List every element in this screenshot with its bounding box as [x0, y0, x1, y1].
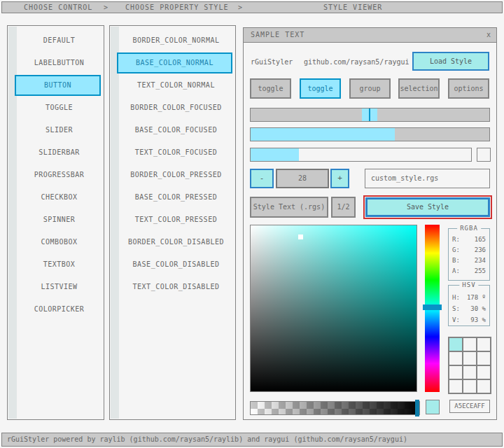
color-grid-cell[interactable]: [477, 380, 490, 393]
list-item-border-color-focused[interactable]: BORDER_COLOR_FOCUSED: [119, 97, 233, 119]
list-item-button-selected[interactable]: BUTTON: [15, 75, 101, 96]
rgba-b-value: 234: [475, 255, 486, 266]
list-item-border-color-normal[interactable]: BORDER_COLOR_NORMAL: [119, 29, 233, 52]
sample-checkbox[interactable]: [477, 148, 491, 162]
save-style-button[interactable]: Save Style: [365, 197, 490, 217]
rgba-r-label: R:: [452, 234, 460, 245]
color-picker-cursor[interactable]: [298, 234, 303, 239]
alpha-bar-cursor[interactable]: [415, 400, 419, 416]
list-item-base-color-focused[interactable]: BASE_COLOR_FOCUSED: [119, 119, 233, 141]
list-item-textbox[interactable]: TEXTBOX: [17, 253, 102, 276]
page-indicator-button[interactable]: 1/2: [331, 197, 356, 218]
list-item-checkbox[interactable]: CHECKBOX: [17, 186, 102, 209]
color-grid-cell[interactable]: [463, 380, 476, 393]
window-titlebar[interactable]: SAMPLE TEXT x: [244, 28, 496, 43]
sample-window: SAMPLE TEXT x rGuiStyler github.com/rays…: [243, 27, 497, 420]
toggle-button-2-active[interactable]: toggle: [300, 78, 341, 99]
hsv-h-label: H:: [452, 292, 460, 303]
list-item-border-color-disabled[interactable]: BORDER_COLOR_DISABLED: [119, 231, 233, 253]
list-item-border-color-pressed[interactable]: BORDER_COLOR_PRESSED: [119, 164, 233, 186]
status-bar: rGuiStyler powered by raylib (github.com…: [1, 433, 503, 447]
hsv-title: HSV: [459, 281, 478, 288]
color-grid-cell[interactable]: [463, 366, 476, 379]
color-grid-cell[interactable]: [449, 352, 462, 365]
list-item-slider[interactable]: SLIDER: [17, 119, 102, 141]
list-item-text-color-focused[interactable]: TEXT_COLOR_FOCUSED: [119, 141, 233, 164]
color-grid-cell[interactable]: [449, 380, 462, 393]
color-picker-area[interactable]: [250, 225, 417, 392]
list-item-base-color-pressed[interactable]: BASE_COLOR_PRESSED: [119, 186, 233, 209]
list-item-progressbar[interactable]: PROGRESSBAR: [17, 164, 102, 186]
properties-list-scrollbar[interactable]: [111, 27, 119, 419]
rgba-groupbox: RGBA R:165 G:236 B:234 A:255: [448, 228, 490, 281]
list-item-combobox[interactable]: COMBOBOX: [17, 231, 102, 253]
progressbar-fill: [251, 148, 299, 161]
list-item-text-color-disabled[interactable]: TEXT_COLOR_DISABLED: [119, 276, 233, 298]
chevron-right-icon: >: [104, 2, 108, 13]
breadcrumb-choose-control: CHOOSE CONTROL: [24, 2, 92, 13]
breadcrumb-choose-property-style: CHOOSE PROPERTY STYLE: [125, 2, 228, 13]
hsv-s-label: S:: [452, 303, 460, 314]
sample-sliderbar[interactable]: [250, 127, 490, 141]
rgba-b-label: B:: [452, 255, 460, 266]
rgba-a-value: 255: [475, 266, 486, 276]
hsv-v-label: V:: [452, 314, 460, 326]
saved-colors-grid: [448, 337, 491, 394]
controls-list: DEFAULT LABELBUTTON BUTTON TOGGLE SLIDER…: [7, 25, 104, 420]
list-item-base-color-normal-selected[interactable]: BASE_COLOR_NORMAL: [117, 52, 232, 74]
toggle-button-1[interactable]: toggle: [250, 78, 291, 99]
list-item-colorpicker[interactable]: COLORPICKER: [17, 298, 102, 321]
breadcrumb: CHOOSE CONTROL > CHOOSE PROPERTY STYLE >…: [1, 1, 503, 13]
toggle-button-group[interactable]: group: [349, 78, 391, 99]
rgba-a-label: A:: [452, 266, 460, 276]
toggle-button-selection[interactable]: selection: [398, 78, 440, 99]
list-item-sliderbar[interactable]: SLIDERBAR: [17, 141, 102, 164]
hue-bar-cursor[interactable]: [423, 304, 442, 310]
properties-list: BORDER_COLOR_NORMAL BASE_COLOR_NORMAL TE…: [109, 25, 236, 420]
list-item-text-color-normal[interactable]: TEXT_COLOR_NORMAL: [119, 74, 233, 97]
close-icon[interactable]: x: [486, 28, 491, 42]
color-grid-cell[interactable]: [477, 366, 490, 379]
list-item-spinner[interactable]: SPINNER: [17, 209, 102, 231]
sample-progressbar: [250, 148, 472, 162]
hue-bar[interactable]: [425, 225, 440, 392]
list-item-base-color-disabled[interactable]: BASE_COLOR_DISABLED: [119, 253, 233, 276]
color-grid-cell[interactable]: [449, 366, 462, 379]
list-item-labelbutton[interactable]: LABELBUTTON: [17, 52, 102, 74]
sample-slider[interactable]: [250, 108, 490, 122]
repo-link[interactable]: github.com/raysan5/raygui: [304, 58, 410, 66]
spinner-minus-button[interactable]: -: [250, 169, 274, 188]
filename-input[interactable]: custom_style.rgs: [365, 169, 490, 188]
save-style-focus-outline: Save Style: [363, 195, 492, 219]
hsv-v-value: 93 %: [470, 314, 486, 326]
color-grid-cell[interactable]: [463, 352, 476, 365]
rgba-r-value: 165: [475, 234, 486, 245]
list-item-default[interactable]: DEFAULT: [17, 29, 102, 52]
sliderbar-fill: [251, 128, 395, 141]
color-grid-cell[interactable]: [477, 338, 490, 351]
color-grid-cell[interactable]: [463, 338, 476, 351]
rgba-g-label: G:: [452, 245, 460, 255]
slider-knob[interactable]: [362, 108, 377, 121]
chevron-right-icon: >: [238, 2, 243, 13]
list-item-listview[interactable]: LISTVIEW: [17, 276, 102, 298]
hsv-s-value: 30 %: [470, 303, 486, 314]
color-grid-cell[interactable]: [477, 352, 490, 365]
rgba-g-value: 236: [475, 245, 486, 255]
toggle-button-options[interactable]: options: [448, 78, 489, 99]
breadcrumb-style-viewer: STYLE VIEWER: [323, 2, 382, 13]
hsv-h-value: 178 º: [467, 292, 486, 303]
spinner-plus-button[interactable]: +: [330, 169, 349, 188]
status-bar-text: rGuiStyler powered by raylib (github.com…: [7, 435, 407, 443]
list-item-text-color-pressed[interactable]: TEXT_COLOR_PRESSED: [119, 209, 233, 231]
alpha-bar[interactable]: [250, 401, 420, 415]
window-title: SAMPLE TEXT: [251, 31, 304, 38]
spinner-value[interactable]: 28: [276, 169, 329, 188]
hsv-groupbox: HSV H:178 º S:30 % V:93 %: [448, 285, 490, 326]
list-item-toggle[interactable]: TOGGLE: [17, 97, 102, 119]
hex-color-input[interactable]: A5ECEAFF: [449, 400, 490, 413]
color-grid-cell-filled[interactable]: [449, 338, 462, 351]
selected-color-swatch: [426, 400, 440, 414]
load-style-button[interactable]: Load Style: [412, 52, 489, 71]
style-text-button[interactable]: Style Text (.rgs): [250, 197, 328, 218]
